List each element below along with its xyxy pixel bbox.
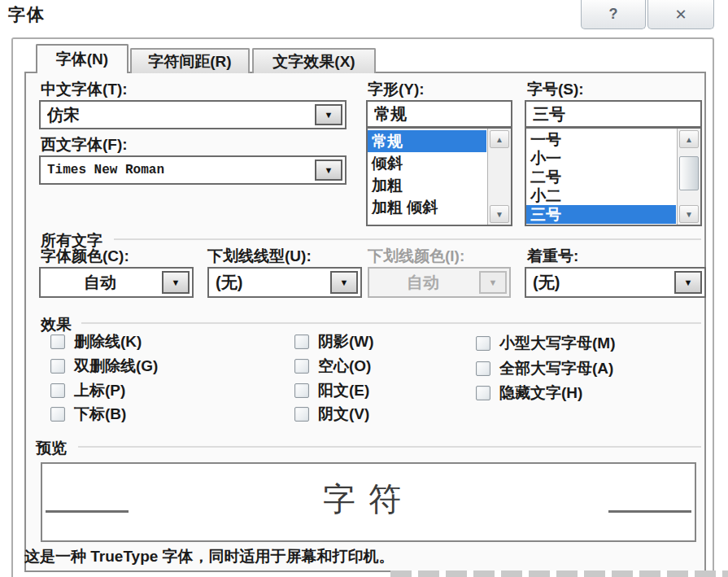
checkbox-label: 阴文(V)	[318, 404, 369, 425]
checkbox-icon[interactable]	[294, 334, 309, 349]
emphasis-mark-combobox[interactable]: (无) ▼	[525, 267, 706, 298]
chevron-down-icon: ▼	[479, 271, 507, 294]
checkbox-engrave[interactable]: 阴文(V)	[294, 404, 369, 425]
dialog-title: 字体	[8, 3, 46, 26]
scroll-up-icon[interactable]: ▲	[679, 130, 699, 148]
font-style-listbox: 常规 倾斜 加粗 加粗 倾斜 ▲ ▼	[366, 128, 512, 226]
checkbox-strikethrough[interactable]: 删除线(K)	[50, 331, 142, 352]
list-item[interactable]: 倾斜	[368, 152, 486, 174]
font-style-value: 常规	[374, 102, 506, 126]
emphasis-mark-label: 着重号:	[527, 246, 578, 267]
font-style-input[interactable]: 常规	[366, 100, 512, 128]
checkbox-shadow[interactable]: 阴影(W)	[294, 331, 374, 352]
group-divider	[114, 238, 701, 240]
font-size-value: 三号	[533, 102, 695, 126]
font-color-value: 自动	[44, 269, 156, 296]
chevron-down-icon[interactable]: ▼	[162, 271, 190, 294]
preview-group-label: 预览	[36, 438, 67, 459]
group-divider	[81, 322, 701, 324]
list-item[interactable]: 加粗 倾斜	[368, 196, 486, 218]
western-font-label: 西文字体(F):	[41, 134, 128, 155]
preview-box: 字符	[41, 462, 696, 542]
underline-style-label: 下划线线型(U):	[207, 246, 312, 267]
scrollbar-thumb[interactable]	[679, 156, 699, 190]
font-color-combobox[interactable]: 自动 ▼	[39, 267, 194, 298]
chinese-font-value: 仿宋	[47, 102, 312, 128]
tab-font[interactable]: 字体(N)	[36, 44, 129, 73]
font-size-input[interactable]: 三号	[525, 100, 702, 128]
tab-character-spacing[interactable]: 字符间距(R)	[130, 48, 250, 73]
font-size-label: 字号(S):	[527, 79, 584, 100]
checkbox-icon[interactable]	[476, 386, 490, 400]
underline-style-value: (无)	[216, 269, 328, 296]
checkbox-label: 阳文(E)	[318, 380, 369, 401]
font-style-label: 字形(Y):	[368, 79, 425, 100]
checkbox-label: 阴影(W)	[318, 331, 374, 352]
checkbox-outline[interactable]: 空心(O)	[294, 356, 371, 377]
preview-underscore-right	[608, 510, 691, 513]
checkbox-label: 隐藏文字(H)	[499, 382, 582, 404]
underline-style-combobox[interactable]: (无) ▼	[207, 267, 362, 298]
cropped-edge-artifact	[390, 570, 728, 577]
help-button[interactable]: ?	[581, 0, 646, 29]
list-item[interactable]: 二号	[526, 168, 676, 186]
checkbox-icon[interactable]	[294, 383, 309, 398]
checkbox-icon[interactable]	[476, 361, 490, 376]
checkbox-icon[interactable]	[50, 407, 65, 422]
list-item[interactable]: 常规	[368, 130, 486, 152]
checkbox-superscript[interactable]: 上标(P)	[50, 380, 125, 401]
checkbox-hidden-text[interactable]: 隐藏文字(H)	[476, 382, 582, 404]
checkbox-label: 空心(O)	[318, 356, 371, 377]
checkbox-label: 全部大写字母(A)	[499, 358, 613, 379]
font-size-scrollbar[interactable]: ▲ ▼	[677, 129, 700, 225]
checkbox-icon[interactable]	[294, 359, 309, 374]
group-divider	[78, 446, 701, 448]
checkbox-all-caps[interactable]: 全部大写字母(A)	[476, 358, 613, 379]
underline-color-combobox: 自动 ▼	[368, 267, 511, 298]
western-font-value: Times New Roman	[47, 157, 312, 183]
checkbox-icon[interactable]	[476, 336, 490, 351]
list-item[interactable]: 小二	[526, 186, 676, 205]
scroll-down-icon[interactable]: ▼	[490, 205, 509, 223]
list-item[interactable]: 小一	[526, 149, 676, 168]
help-icon: ?	[609, 6, 618, 23]
checkbox-icon[interactable]	[294, 407, 309, 422]
checkbox-subscript[interactable]: 下标(B)	[50, 404, 126, 425]
underline-color-value: 自动	[373, 269, 473, 296]
checkbox-label: 双删除线(G)	[74, 356, 158, 377]
chinese-font-label: 中文字体(T):	[41, 79, 128, 100]
checkbox-icon[interactable]	[50, 359, 65, 374]
chevron-down-icon[interactable]: ▼	[315, 160, 342, 181]
emphasis-mark-value: (无)	[533, 269, 672, 296]
tab-text-effects[interactable]: 文字效果(X)	[252, 48, 376, 73]
checkbox-icon[interactable]	[50, 383, 65, 398]
scroll-down-icon[interactable]: ▼	[679, 205, 699, 223]
scroll-up-icon[interactable]: ▲	[490, 130, 509, 148]
western-font-combobox[interactable]: Times New Roman ▼	[39, 155, 347, 185]
checkbox-double-strikethrough[interactable]: 双删除线(G)	[50, 356, 158, 377]
list-item[interactable]: 三号	[526, 205, 676, 224]
list-item[interactable]: 一号	[526, 130, 676, 149]
checkbox-label: 删除线(K)	[74, 331, 142, 352]
checkbox-small-caps[interactable]: 小型大写字母(M)	[476, 333, 615, 354]
font-description-note: 这是一种 TrueType 字体，同时适用于屏幕和打印机。	[24, 546, 395, 567]
preview-sample-text: 字符	[42, 477, 695, 522]
checkbox-label: 上标(P)	[74, 380, 125, 401]
checkbox-label: 下标(B)	[74, 404, 126, 425]
chevron-down-icon[interactable]: ▼	[674, 271, 702, 294]
chinese-font-combobox[interactable]: 仿宋 ▼	[39, 100, 347, 129]
underline-color-label: 下划线颜色(I):	[368, 246, 464, 267]
close-icon: ✕	[674, 6, 687, 24]
checkbox-emboss[interactable]: 阳文(E)	[294, 380, 369, 401]
chevron-down-icon[interactable]: ▼	[330, 271, 358, 294]
checkbox-icon[interactable]	[50, 334, 65, 349]
checkbox-label: 小型大写字母(M)	[499, 333, 615, 354]
font-size-listbox: 一号 小一 二号 小二 三号 ▲ ▼	[525, 128, 702, 226]
list-item[interactable]: 加粗	[368, 174, 486, 196]
chevron-down-icon[interactable]: ▼	[315, 104, 342, 125]
font-color-label: 字体颜色(C):	[41, 246, 129, 267]
font-style-scrollbar[interactable]: ▲ ▼	[487, 129, 511, 225]
close-button[interactable]: ✕	[647, 0, 714, 29]
